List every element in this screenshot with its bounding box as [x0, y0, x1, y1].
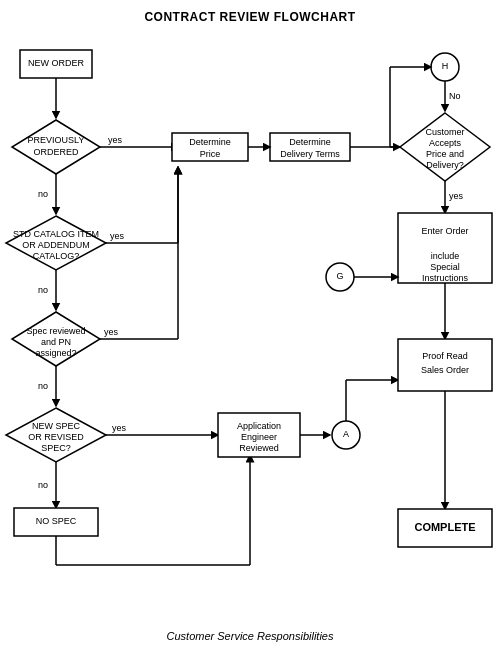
determine-price-label1: Determine: [189, 137, 231, 147]
complete-label: COMPLETE: [414, 521, 475, 533]
new-spec-label1: NEW SPEC: [32, 421, 81, 431]
circle-A-label: A: [343, 429, 349, 439]
footer-text: Customer Service Responsibilities: [0, 630, 500, 642]
spec-reviewed-label2: and PN: [41, 337, 71, 347]
customer-accepts-label4: Delivery?: [426, 160, 464, 170]
prev-ordered-label2: ORDERED: [33, 147, 79, 157]
label-H-no: No: [449, 91, 461, 101]
new-order-label: NEW ORDER: [28, 58, 85, 68]
proof-read-label1: Proof Read: [422, 351, 468, 361]
app-engineer-label3: Reviewed: [239, 443, 279, 453]
customer-accepts-label2: Accepts: [429, 138, 462, 148]
label-std-no: no: [38, 285, 48, 295]
circle-G-label: G: [336, 271, 343, 281]
label-std-yes: yes: [110, 231, 125, 241]
enter-order-label3: include: [431, 251, 460, 261]
determine-price-label2: Price: [200, 149, 221, 159]
circle-H-label: H: [442, 61, 449, 71]
no-spec-label: NO SPEC: [36, 516, 77, 526]
spec-reviewed-label3: assigned?: [35, 348, 76, 358]
determine-delivery-label2: Delivery Terms: [280, 149, 340, 159]
new-spec-label2: OR REVISED: [28, 432, 84, 442]
app-engineer-label1: Application: [237, 421, 281, 431]
label-spec-no: no: [38, 381, 48, 391]
enter-order-label1: Enter Order: [421, 226, 468, 236]
enter-order-label5: Instructions: [422, 273, 469, 283]
spec-reviewed-label1: Spec reviewed: [26, 326, 85, 336]
enter-order-label4: Special: [430, 262, 460, 272]
std-catalog-label2: OR ADDENDUM: [22, 240, 90, 250]
label-prev-no: no: [38, 189, 48, 199]
std-catalog-label3: CATALOG?: [33, 251, 80, 261]
label-prev-yes: yes: [108, 135, 123, 145]
label-spec-yes: yes: [104, 327, 119, 337]
customer-accepts-label1: Customer: [425, 127, 464, 137]
label-customer-yes: yes: [449, 191, 464, 201]
customer-accepts-label3: Price and: [426, 149, 464, 159]
new-spec-label3: SPEC?: [41, 443, 71, 453]
label-newspec-yes: yes: [112, 423, 127, 433]
determine-delivery-label1: Determine: [289, 137, 331, 147]
std-catalog-label1: STD CATALOG ITEM: [13, 229, 99, 239]
app-engineer-label2: Engineer: [241, 432, 277, 442]
label-newspec-no: no: [38, 480, 48, 490]
flowchart-svg: NEW ORDER PREVIOUSLY ORDERED yes no STD …: [0, 25, 500, 645]
proof-read-label2: Sales Order: [421, 365, 469, 375]
flowchart-container: CONTRACT REVIEW FLOWCHART NEW ORDER PREV…: [0, 0, 500, 654]
prev-ordered-label1: PREVIOUSLY: [28, 135, 85, 145]
page-title: CONTRACT REVIEW FLOWCHART: [0, 0, 500, 24]
